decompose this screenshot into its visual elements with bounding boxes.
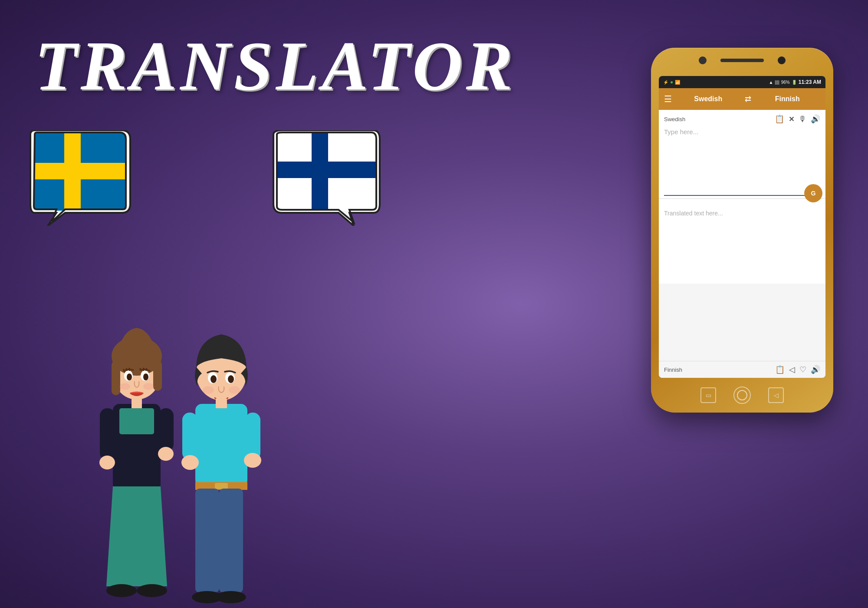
battery-icon: 🔋 — [792, 80, 797, 85]
svg-rect-2 — [64, 132, 81, 211]
phone-nav-bar: ▭ ◁ — [681, 387, 803, 404]
recents-button[interactable]: ▭ — [700, 387, 716, 403]
text-input-area[interactable]: Type here... G — [664, 126, 820, 196]
listen-output-icon[interactable]: 🔊 — [811, 365, 820, 374]
menu-icon[interactable]: ☰ — [664, 94, 672, 104]
usb-icon: ⚡ — [663, 80, 668, 85]
target-language-button[interactable]: Finnish — [755, 95, 821, 103]
speaker-grille — [720, 59, 764, 62]
svg-rect-11 — [153, 360, 162, 391]
male-character — [174, 269, 269, 608]
svg-point-39 — [203, 386, 214, 394]
phone-top-area — [699, 56, 786, 64]
output-placeholder: Translated text here... — [664, 210, 723, 217]
svg-rect-10 — [112, 360, 120, 395]
swedish-flag-bubble — [22, 130, 135, 226]
listen-icon[interactable]: 🔊 — [811, 114, 820, 124]
selfie-camera — [778, 56, 786, 64]
clear-icon[interactable]: ✕ — [789, 115, 794, 123]
svg-point-40 — [229, 386, 240, 394]
back-button[interactable]: ◁ — [768, 387, 784, 403]
share-icon[interactable]: ◁ — [789, 365, 795, 374]
input-placeholder: Type here... — [664, 128, 698, 135]
svg-rect-47 — [219, 489, 243, 593]
svg-rect-24 — [132, 397, 142, 408]
svg-rect-46 — [195, 489, 219, 593]
svg-rect-26 — [158, 408, 174, 452]
phone-body: ⚡ ● 📶 ▲ |||| 96% 🔋 11:23 AM ☰ Swedish ⇄ … — [651, 48, 833, 413]
svg-point-14 — [127, 373, 132, 380]
svg-point-29 — [106, 584, 137, 597]
wifi-icon: ▲ — [769, 80, 773, 85]
svg-point-44 — [181, 455, 199, 470]
svg-point-49 — [216, 591, 246, 603]
svg-point-27 — [99, 456, 115, 469]
translated-text-area: Translated text here... — [664, 210, 820, 279]
output-section: Translated text here... — [659, 199, 825, 284]
source-language-button[interactable]: Swedish — [675, 95, 741, 103]
phone-screen: ⚡ ● 📶 ▲ |||| 96% 🔋 11:23 AM ☰ Swedish ⇄ … — [659, 76, 825, 378]
right-status-icons: ▲ |||| 96% 🔋 11:23 AM — [769, 79, 821, 85]
phone-mockup: ⚡ ● 📶 ▲ |||| 96% 🔋 11:23 AM ☰ Swedish ⇄ … — [651, 26, 833, 582]
translate-icon: G — [811, 190, 816, 197]
svg-point-37 — [210, 375, 217, 383]
input-section: Swedish 📋 ✕ 🎙 🔊 Type here... G — [659, 110, 825, 199]
input-action-icons: 📋 ✕ 🎙 🔊 — [775, 114, 820, 124]
copy-output-icon[interactable]: 📋 — [775, 365, 785, 374]
input-underline — [664, 195, 820, 196]
svg-rect-5 — [312, 132, 328, 211]
output-action-bar: Finnish 📋 ◁ ♡ 🔊 — [659, 361, 825, 378]
battery-level: 96% — [781, 80, 790, 85]
notification-icon: 📶 — [675, 80, 680, 85]
input-header: Swedish 📋 ✕ 🎙 🔊 — [664, 114, 820, 124]
output-lang-label: Finnish — [664, 367, 682, 373]
translate-button[interactable]: G — [804, 184, 822, 202]
svg-point-22 — [120, 383, 130, 390]
android-icon: ● — [670, 79, 673, 85]
paste-icon[interactable]: 📋 — [775, 114, 784, 124]
app-toolbar: ☰ Swedish ⇄ Finnish — [659, 88, 825, 110]
swap-languages-button[interactable]: ⇄ — [745, 94, 751, 104]
svg-point-15 — [143, 373, 148, 380]
svg-rect-7 — [119, 408, 154, 434]
left-status-icons: ⚡ ● 📶 — [663, 79, 680, 85]
finnish-flag-bubble — [269, 130, 382, 226]
output-action-icons: 📋 ◁ ♡ 🔊 — [775, 365, 820, 374]
home-button[interactable] — [733, 387, 751, 404]
svg-point-28 — [158, 447, 174, 461]
svg-rect-25 — [100, 408, 115, 460]
favorite-icon[interactable]: ♡ — [799, 365, 806, 374]
svg-point-30 — [137, 584, 167, 597]
svg-rect-33 — [215, 483, 228, 489]
microphone-icon[interactable]: 🎙 — [799, 115, 806, 124]
input-lang-label: Swedish — [664, 116, 685, 122]
svg-point-45 — [244, 453, 261, 468]
home-circle — [737, 390, 747, 400]
svg-point-38 — [228, 375, 234, 383]
front-camera — [699, 56, 707, 64]
svg-rect-41 — [216, 399, 227, 408]
svg-point-23 — [143, 383, 154, 390]
status-bar: ⚡ ● 📶 ▲ |||| 96% 🔋 11:23 AM — [659, 76, 825, 88]
signal-icon: |||| — [775, 80, 779, 85]
clock: 11:23 AM — [799, 79, 821, 85]
app-title: TRANSLATOR — [35, 26, 516, 106]
female-character — [87, 261, 187, 608]
